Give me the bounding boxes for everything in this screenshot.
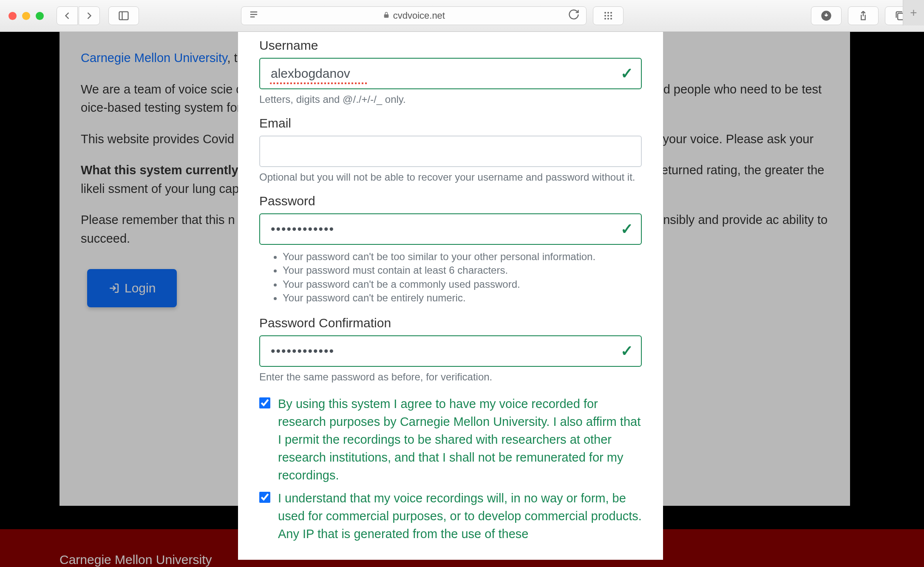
- valid-checkmark-icon: ✓: [621, 220, 633, 238]
- grid-icon: [603, 11, 613, 21]
- maximize-window-button[interactable]: [36, 12, 44, 20]
- new-tab-button[interactable]: +: [903, 0, 924, 26]
- username-label: Username: [259, 38, 642, 53]
- svg-point-9: [607, 15, 609, 17]
- svg-point-7: [610, 12, 612, 14]
- password-rules-list: Your password can't be too similar to yo…: [259, 250, 642, 305]
- chevron-right-icon: [83, 10, 95, 22]
- consent-checkbox-1[interactable]: [259, 397, 270, 408]
- back-button[interactable]: [57, 6, 78, 25]
- download-icon: [820, 10, 832, 22]
- email-help-text: Optional but you will not be able to rec…: [259, 171, 642, 183]
- password-confirm-label: Password Confirmation: [259, 316, 642, 330]
- email-label: Email: [259, 116, 642, 130]
- consent-checkbox-2[interactable]: [259, 492, 270, 503]
- sidebar-toggle-button[interactable]: [108, 6, 139, 25]
- consent-text-1: By using this system I agree to have my …: [278, 395, 642, 484]
- password-confirm-input-wrapper: ✓: [259, 335, 642, 367]
- browser-toolbar: cvdvoice.net +: [0, 0, 924, 32]
- password-input[interactable]: [259, 213, 642, 245]
- lock-icon: [383, 11, 390, 21]
- password-confirm-input[interactable]: [259, 335, 642, 367]
- svg-point-10: [610, 15, 612, 17]
- svg-rect-0: [119, 12, 128, 20]
- site-options-button[interactable]: [593, 6, 624, 25]
- page-viewport: Carnegie Mellon University, tively bring…: [0, 32, 924, 567]
- window-controls: [9, 12, 44, 20]
- url-text: cvdvoice.net: [393, 10, 445, 21]
- downloads-button[interactable]: [811, 6, 842, 25]
- reader-mode-icon[interactable]: [248, 9, 260, 23]
- svg-point-11: [604, 18, 606, 20]
- sidebar-icon: [118, 10, 130, 22]
- password-rule-item: Your password must contain at least 6 ch…: [283, 264, 642, 277]
- minimize-window-button[interactable]: [22, 12, 30, 20]
- svg-point-13: [610, 18, 612, 20]
- svg-point-12: [607, 18, 609, 20]
- svg-point-6: [607, 12, 609, 14]
- email-input-wrapper: [259, 136, 642, 167]
- username-help-text: Letters, digits and @/./+/-/_ only.: [259, 94, 642, 105]
- spellcheck-indicator: [270, 82, 368, 84]
- close-window-button[interactable]: [9, 12, 17, 20]
- navigation-buttons: [57, 6, 100, 25]
- refresh-button[interactable]: [568, 9, 580, 23]
- toolbar-right: [811, 6, 915, 25]
- valid-checkmark-icon: ✓: [621, 342, 633, 360]
- svg-point-5: [604, 12, 606, 14]
- valid-checkmark-icon: ✓: [621, 65, 633, 82]
- consent-row-1: By using this system I agree to have my …: [259, 395, 642, 484]
- password-rule-item: Your password can't be a commonly used p…: [283, 278, 642, 291]
- password-confirm-help-text: Enter the same password as before, for v…: [259, 371, 642, 383]
- signup-modal: Username ✓ Letters, digits and @/./+/-/_…: [238, 32, 663, 560]
- password-label: Password: [259, 194, 642, 208]
- address-bar-container: cvdvoice.net: [241, 6, 624, 25]
- forward-button[interactable]: [79, 6, 100, 25]
- address-bar[interactable]: cvdvoice.net: [241, 6, 587, 25]
- username-input-wrapper: ✓: [259, 58, 642, 89]
- password-input-wrapper: ✓: [259, 213, 642, 245]
- chevron-left-icon: [61, 10, 73, 22]
- password-rule-item: Your password can't be entirely numeric.: [283, 291, 642, 305]
- plus-icon: +: [910, 6, 917, 20]
- svg-point-8: [604, 15, 606, 17]
- consent-text-2: I understand that my voice recordings wi…: [278, 489, 642, 543]
- share-icon: [857, 10, 869, 22]
- email-input[interactable]: [259, 136, 642, 167]
- username-input[interactable]: [259, 58, 642, 89]
- password-rule-item: Your password can't be too similar to yo…: [283, 250, 642, 264]
- consent-row-2: I understand that my voice recordings wi…: [259, 489, 642, 543]
- share-button[interactable]: [848, 6, 879, 25]
